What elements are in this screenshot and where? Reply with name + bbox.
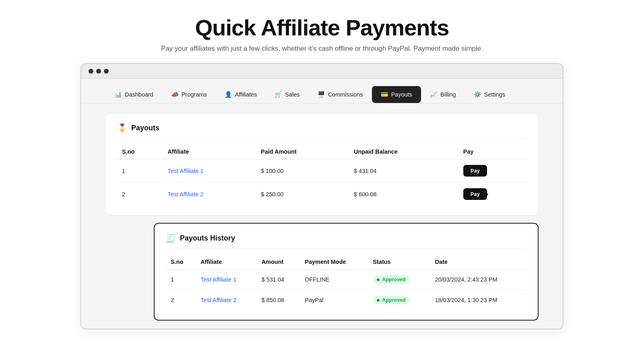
nav-item-settings[interactable]: ⚙️ Settings <box>465 86 514 103</box>
affiliates-icon: 👤 <box>225 91 232 98</box>
nav-label-billing: Billing <box>440 91 456 98</box>
hist-cell-amount-1: $ 531.04 <box>257 269 300 290</box>
affiliate-link-2[interactable]: Test Affiliate 2 <box>167 191 203 197</box>
hist-col-date: Date <box>430 255 526 269</box>
cell-affiliate-1: Test Affiliate 1 <box>163 159 256 183</box>
hist-col-payment-mode: Payment Mode <box>300 255 368 269</box>
settings-icon: ⚙️ <box>474 91 481 98</box>
hist-col-sno: S.no <box>166 255 196 269</box>
cell-pay-2: Pay ▼ <box>458 183 527 206</box>
nav-item-dashboard[interactable]: 📊 Dashboard <box>105 86 162 103</box>
nav-label-affiliates: Affiliates <box>235 91 257 98</box>
hist-affiliate-link-1[interactable]: Test Affiliate 1 <box>200 276 236 283</box>
content-area: 🎖️ Payouts S.no Affiliate Paid Amount Un… <box>81 103 563 329</box>
nav-item-affiliates[interactable]: 👤 Affiliates <box>216 86 266 103</box>
nav-label-dashboard: Dashboard <box>125 91 153 98</box>
hist-cell-sno-1: 1 <box>166 269 196 290</box>
cell-sno-2: 2 <box>117 183 163 206</box>
nav-item-billing[interactable]: 📈 Billing <box>421 86 465 103</box>
nav-item-sales[interactable]: 🛒 Sales <box>266 86 308 103</box>
sales-icon: 🛒 <box>275 91 282 98</box>
hist-col-amount: Amount <box>257 255 300 269</box>
commissions-icon: 🖥️ <box>318 91 325 98</box>
table-row: 2 Test Affiliate 2 $ 250.00 $ 600.08 Pay… <box>117 183 527 206</box>
history-card: 🧾 Payouts History S.no Affiliate Amount … <box>154 223 539 321</box>
hist-cell-date-1: 20/03/2024, 2:43:23 PM <box>430 269 526 290</box>
page-subtitle: Pay your affiliates with just a few clic… <box>161 45 483 53</box>
hist-cell-amount-2: $ 850.08 <box>257 290 300 311</box>
cell-unpaid-2: $ 600.08 <box>349 183 458 206</box>
status-badge-1: Approved <box>373 275 409 284</box>
hist-affiliate-link-2[interactable]: Test Affiliate 2 <box>200 297 236 303</box>
history-card-icon: 🧾 <box>166 233 176 243</box>
table-row: 1 Test Affiliate 1 $ 100.00 $ 431.04 Pay <box>117 159 527 183</box>
pay-button-2[interactable]: Pay <box>463 188 487 200</box>
nav-label-payouts: Payouts <box>391 91 412 98</box>
nav-label-sales: Sales <box>285 91 299 98</box>
hist-col-affiliate: Affiliate <box>196 255 256 269</box>
status-badge-2: Approved <box>373 296 409 304</box>
billing-icon: 📈 <box>430 91 438 98</box>
status-dot-1 <box>377 278 380 281</box>
history-card-wrapper: 🧾 Payouts History S.no Affiliate Amount … <box>154 223 539 321</box>
table-row: 2 Test Affiliate 2 $ 850.08 PayPal Appro… <box>166 290 526 311</box>
nav-item-payouts[interactable]: 💳 Payouts <box>372 86 421 103</box>
col-pay: Pay <box>458 145 527 159</box>
status-label-1: Approved <box>382 277 405 282</box>
payouts-title-text: Payouts <box>131 124 159 132</box>
col-affiliate: Affiliate <box>163 145 256 159</box>
nav-item-commissions[interactable]: 🖥️ Commissions <box>309 86 372 103</box>
hist-cell-mode-1: OFFLINE <box>300 269 368 290</box>
cell-unpaid-1: $ 431.04 <box>349 159 458 183</box>
nav-bar: 📊 Dashboard 📣 Programs 👤 Affiliates 🛒 Sa… <box>81 79 563 103</box>
history-card-title: 🧾 Payouts History <box>166 233 526 249</box>
hist-cell-sno-2: 2 <box>166 290 196 311</box>
browser-dot-2 <box>96 69 101 74</box>
payouts-card-icon: 🎖️ <box>117 123 127 133</box>
cell-pay-1: Pay <box>458 159 527 183</box>
affiliate-link-1[interactable]: Test Affiliate 1 <box>167 168 203 174</box>
col-paid-amount: Paid Amount <box>256 145 349 159</box>
programs-icon: 📣 <box>171 91 179 98</box>
browser-window: 📊 Dashboard 📣 Programs 👤 Affiliates 🛒 Sa… <box>80 63 564 329</box>
nav-item-programs[interactable]: 📣 Programs <box>162 86 216 103</box>
dashboard-icon: 📊 <box>114 91 122 98</box>
col-sno: S.no <box>117 145 163 159</box>
hist-cell-date-2: 18/03/2024, 1:30:23 PM <box>430 290 526 311</box>
cell-paid-1: $ 100.00 <box>256 159 349 183</box>
cell-sno-1: 1 <box>117 159 163 183</box>
cell-paid-2: $ 250.00 <box>256 183 349 206</box>
page-title: Quick Affiliate Payments <box>195 14 449 41</box>
payouts-icon: 💳 <box>381 91 388 98</box>
payouts-table: S.no Affiliate Paid Amount Unpaid Balanc… <box>117 145 527 206</box>
hist-cell-affiliate-2: Test Affiliate 2 <box>196 290 256 311</box>
payouts-card: 🎖️ Payouts S.no Affiliate Paid Amount Un… <box>105 113 539 216</box>
pay-button-1[interactable]: Pay <box>463 165 487 177</box>
nav-label-commissions: Commissions <box>328 91 363 98</box>
cell-affiliate-2: Test Affiliate 2 <box>163 183 256 206</box>
status-dot-2 <box>377 299 380 302</box>
nav-label-settings: Settings <box>484 91 505 98</box>
history-table: S.no Affiliate Amount Payment Mode Statu… <box>166 255 526 310</box>
history-title-text: Payouts History <box>180 234 235 243</box>
col-unpaid-balance: Unpaid Balance <box>349 145 458 159</box>
browser-titlebar <box>81 64 563 79</box>
payouts-card-title: 🎖️ Payouts <box>117 123 527 139</box>
status-label-2: Approved <box>382 297 405 303</box>
hist-cell-mode-2: PayPal <box>300 290 368 311</box>
hist-cell-status-1: Approved <box>368 269 430 290</box>
table-row: 1 Test Affiliate 1 $ 531.04 OFFLINE Appr… <box>166 269 526 290</box>
hist-cell-status-2: Approved <box>368 290 430 311</box>
nav-label-programs: Programs <box>182 91 207 98</box>
hist-cell-affiliate-1: Test Affiliate 1 <box>196 269 256 290</box>
browser-dot-3 <box>104 69 109 74</box>
browser-dot-1 <box>89 69 93 74</box>
hist-col-status: Status <box>368 255 430 269</box>
